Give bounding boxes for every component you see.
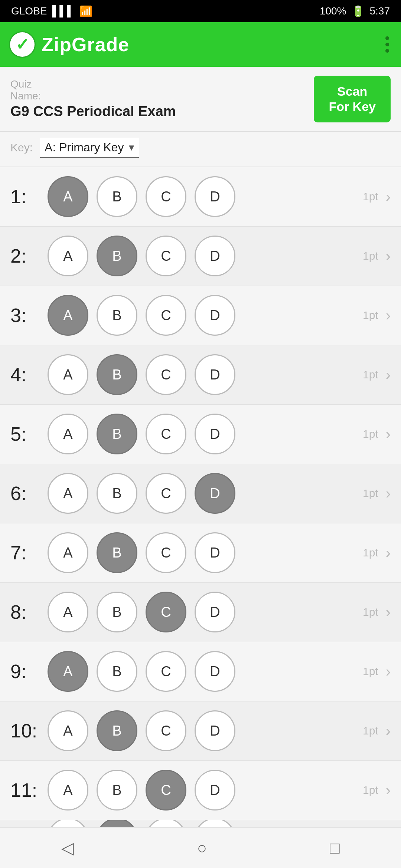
points-label: 1pt (352, 428, 378, 440)
option-button-b[interactable]: B (97, 770, 137, 811)
menu-button[interactable] (382, 33, 392, 56)
key-label: Key: (10, 141, 33, 154)
option-button-d[interactable]: D (195, 354, 235, 395)
option-button-a[interactable]: A (48, 414, 88, 454)
chevron-right-icon[interactable]: › (386, 663, 391, 680)
option-button-c[interactable]: C (146, 473, 186, 514)
option-button-c[interactable]: C (146, 532, 186, 573)
option-button-a[interactable]: A (48, 710, 88, 751)
option-button-c[interactable]: C (146, 176, 186, 217)
answer-row: 8:ABCD1pt› (0, 583, 401, 642)
option-button-d[interactable]: D (195, 473, 235, 514)
app-bar: ✓ ZipGrade (0, 22, 401, 67)
answers-list: 1:ABCD1pt›2:ABCD1pt›3:ABCD1pt›4:ABCD1pt›… (0, 167, 401, 857)
answer-row: 10:ABCD1pt› (0, 701, 401, 761)
battery-label: 100% (320, 5, 346, 17)
logo-icon: ✓ (9, 31, 36, 58)
option-button-b[interactable]: B (97, 710, 137, 751)
chevron-right-icon[interactable]: › (386, 604, 391, 621)
option-button-a[interactable]: A (48, 770, 88, 811)
key-selector: Key: A: Primary Key B: Key 2 C: Key 3 ▼ (0, 132, 401, 167)
chevron-right-icon[interactable]: › (386, 188, 391, 205)
app-title: ZipGrade (42, 33, 129, 56)
option-button-d[interactable]: D (195, 770, 235, 811)
option-button-a[interactable]: A (48, 473, 88, 514)
option-button-b[interactable]: B (97, 236, 137, 276)
answer-row: 6:ABCD1pt› (0, 464, 401, 523)
option-button-d[interactable]: D (195, 176, 235, 217)
points-label: 1pt (352, 309, 378, 322)
chevron-right-icon[interactable]: › (386, 723, 391, 739)
nav-bar: ◁ ○ □ (0, 827, 401, 868)
option-button-d[interactable]: D (195, 414, 235, 454)
quiz-header: QuizName: G9 CCS Periodical Exam ScanFor… (0, 67, 401, 132)
options-group: ABCD (48, 532, 345, 573)
option-button-c[interactable]: C (146, 295, 186, 336)
chevron-right-icon[interactable]: › (386, 485, 391, 502)
options-group: ABCD (48, 651, 345, 692)
recent-button[interactable]: □ (315, 833, 355, 863)
status-right: 100% 🔋 5:37 (320, 5, 390, 17)
option-button-a[interactable]: A (48, 651, 88, 692)
points-label: 1pt (352, 784, 378, 796)
option-button-a[interactable]: A (48, 236, 88, 276)
points-label: 1pt (352, 487, 378, 500)
option-button-d[interactable]: D (195, 295, 235, 336)
options-group: ABCD (48, 770, 345, 811)
option-button-c[interactable]: C (146, 651, 186, 692)
options-group: ABCD (48, 592, 345, 632)
option-button-b[interactable]: B (97, 414, 137, 454)
back-button[interactable]: ◁ (46, 832, 89, 863)
chevron-right-icon[interactable]: › (386, 366, 391, 383)
option-button-b[interactable]: B (97, 651, 137, 692)
points-label: 1pt (352, 190, 378, 203)
home-button[interactable]: ○ (182, 833, 222, 863)
menu-dot (385, 36, 389, 40)
option-button-d[interactable]: D (195, 710, 235, 751)
chevron-right-icon[interactable]: › (386, 426, 391, 443)
option-button-a[interactable]: A (48, 354, 88, 395)
option-button-a[interactable]: A (48, 532, 88, 573)
option-button-a[interactable]: A (48, 295, 88, 336)
scan-for-key-button[interactable]: ScanFor Key (314, 76, 391, 122)
question-number: 2: (10, 245, 40, 267)
option-button-d[interactable]: D (195, 532, 235, 573)
option-button-c[interactable]: C (146, 236, 186, 276)
chevron-right-icon[interactable]: › (386, 248, 391, 264)
option-button-c[interactable]: C (146, 354, 186, 395)
quiz-name-label: QuizName: (10, 78, 176, 102)
option-button-d[interactable]: D (195, 651, 235, 692)
option-button-b[interactable]: B (97, 354, 137, 395)
answer-row: 7:ABCD1pt› (0, 523, 401, 583)
points-label: 1pt (352, 724, 378, 737)
option-button-b[interactable]: B (97, 592, 137, 632)
options-group: ABCD (48, 414, 345, 454)
answer-row: 3:ABCD1pt› (0, 286, 401, 345)
chevron-right-icon[interactable]: › (386, 307, 391, 324)
points-label: 1pt (352, 606, 378, 618)
option-button-c[interactable]: C (146, 710, 186, 751)
answer-row: 5:ABCD1pt› (0, 405, 401, 464)
key-dropdown-wrapper[interactable]: A: Primary Key B: Key 2 C: Key 3 ▼ (40, 138, 139, 158)
option-button-a[interactable]: A (48, 176, 88, 217)
option-button-b[interactable]: B (97, 473, 137, 514)
carrier-label: GLOBE (11, 5, 47, 17)
options-group: ABCD (48, 473, 345, 514)
question-number: 4: (10, 364, 40, 386)
option-button-d[interactable]: D (195, 236, 235, 276)
answer-row: 1:ABCD1pt› (0, 167, 401, 227)
key-dropdown[interactable]: A: Primary Key B: Key 2 C: Key 3 (40, 138, 139, 158)
option-button-b[interactable]: B (97, 532, 137, 573)
option-button-b[interactable]: B (97, 295, 137, 336)
options-group: ABCD (48, 295, 345, 336)
option-button-a[interactable]: A (48, 592, 88, 632)
logo-checkmark: ✓ (16, 36, 29, 53)
chevron-right-icon[interactable]: › (386, 545, 391, 561)
option-button-c[interactable]: C (146, 770, 186, 811)
menu-dot (385, 49, 389, 53)
option-button-b[interactable]: B (97, 176, 137, 217)
chevron-right-icon[interactable]: › (386, 782, 391, 799)
option-button-d[interactable]: D (195, 592, 235, 632)
option-button-c[interactable]: C (146, 592, 186, 632)
option-button-c[interactable]: C (146, 414, 186, 454)
